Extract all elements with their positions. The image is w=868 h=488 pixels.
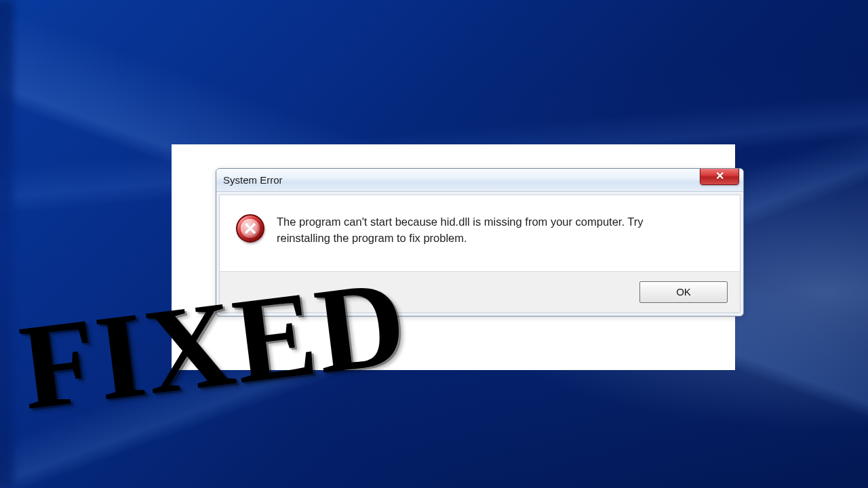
ok-button[interactable]: OK [639,281,728,303]
ok-button-label: OK [676,286,691,298]
close-button[interactable]: ✕ [700,168,739,185]
close-icon: ✕ [715,171,724,182]
left-edge-glow [0,0,14,488]
dialog-titlebar[interactable]: System Error ✕ [216,169,743,192]
dialog-body: The program can't start because hid.dll … [220,195,740,271]
dialog-message: The program can't start because hid.dll … [277,214,684,247]
dialog-title: System Error [223,174,283,186]
error-icon [236,214,264,243]
